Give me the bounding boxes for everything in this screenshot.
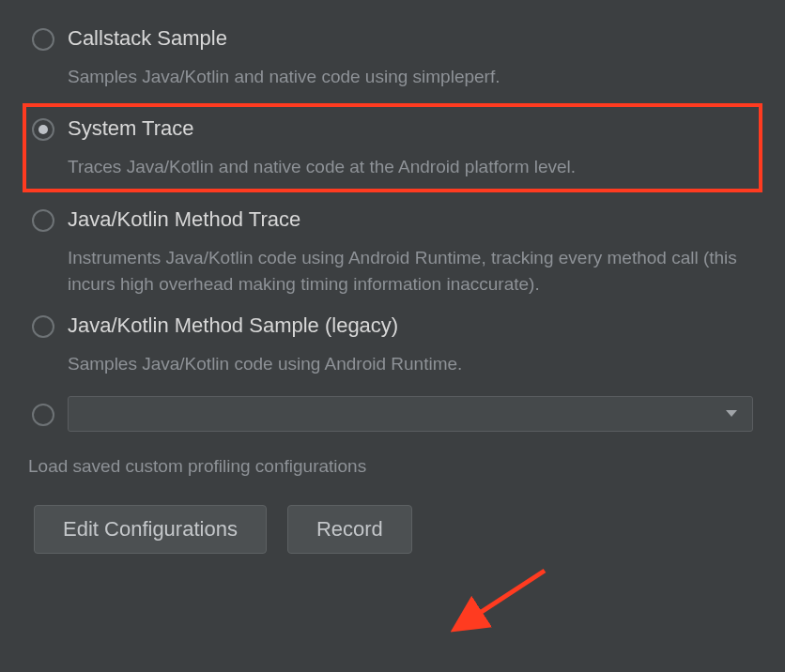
radio-java-kotlin-method-trace[interactable] — [32, 209, 54, 232]
radio-custom-config[interactable] — [32, 404, 54, 426]
svg-line-1 — [458, 571, 545, 627]
chevron-down-icon — [726, 410, 737, 417]
option-text: System Trace Traces Java/Kotlin and nati… — [68, 116, 753, 180]
option-java-kotlin-method-trace[interactable]: Java/Kotlin Method Trace Instruments Jav… — [26, 198, 759, 304]
option-callstack-sample[interactable]: Callstack Sample Samples Java/Kotlin and… — [26, 17, 759, 98]
option-java-kotlin-method-sample[interactable]: Java/Kotlin Method Sample (legacy) Sampl… — [26, 304, 759, 385]
record-button[interactable]: Record — [287, 505, 412, 554]
option-title: Java/Kotlin Method Sample (legacy) — [68, 313, 753, 338]
edit-configurations-button[interactable]: Edit Configurations — [34, 505, 267, 554]
radio-callstack-sample[interactable] — [32, 28, 54, 51]
option-title: Callstack Sample — [68, 26, 753, 51]
radio-system-trace[interactable] — [32, 118, 54, 141]
option-title: System Trace — [68, 116, 753, 141]
annotation-arrow-icon — [441, 559, 563, 653]
option-description: Samples Java/Kotlin and native code usin… — [68, 64, 753, 90]
option-text: Java/Kotlin Method Trace Instruments Jav… — [68, 207, 753, 297]
option-description: Instruments Java/Kotlin code using Andro… — [68, 245, 753, 297]
option-text: Callstack Sample Samples Java/Kotlin and… — [68, 26, 753, 90]
radio-java-kotlin-method-sample[interactable] — [32, 315, 54, 338]
option-title: Java/Kotlin Method Trace — [68, 207, 753, 232]
custom-config-row — [26, 385, 759, 439]
custom-config-dropdown[interactable] — [68, 396, 753, 432]
button-row: Edit Configurations Record — [26, 477, 759, 554]
hint-text: Load saved custom profiling configuratio… — [26, 439, 759, 477]
option-description: Traces Java/Kotlin and native code at th… — [68, 154, 753, 180]
option-system-trace[interactable]: System Trace Traces Java/Kotlin and nati… — [23, 103, 762, 193]
option-text: Java/Kotlin Method Sample (legacy) Sampl… — [68, 313, 753, 377]
option-description: Samples Java/Kotlin code using Android R… — [68, 351, 753, 377]
